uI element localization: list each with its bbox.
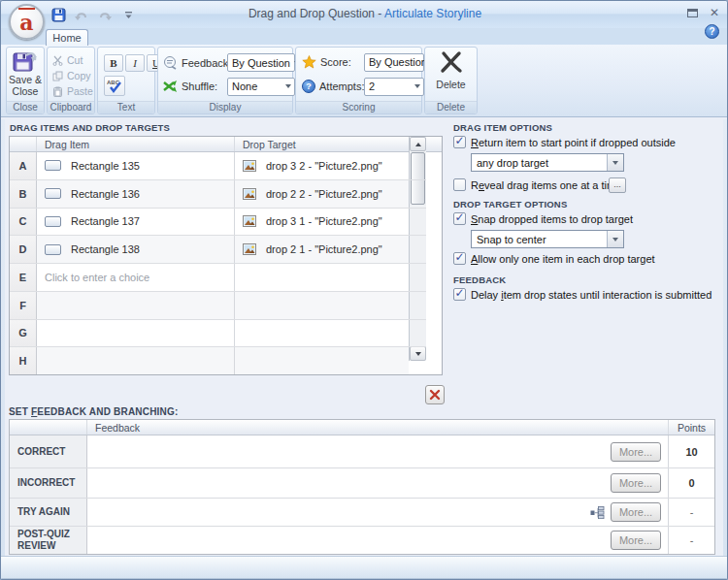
more-button[interactable]: More...: [611, 473, 661, 493]
bold-button[interactable]: B: [104, 54, 123, 72]
points-cell[interactable]: 0: [669, 468, 714, 498]
option-allow-one-item[interactable]: ✓ Allow only one item in each drop targe…: [453, 252, 655, 265]
feedback-row-incorrect: INCORRECT More... 0: [10, 468, 714, 499]
group-label-scoring: Scoring: [296, 101, 421, 113]
paste-icon: [52, 86, 63, 97]
drop-target-cell[interactable]: [235, 292, 409, 319]
drag-item-cell[interactable]: Rectangle 135: [37, 152, 235, 179]
drop-target-cell[interactable]: [235, 320, 409, 347]
tab-home[interactable]: Home: [46, 29, 88, 46]
option-reveal-items[interactable]: ✓ Reveal drag items one at a time: [453, 178, 621, 191]
feedback-branching-title: SET FEEDBACK AND BRANCHING:: [9, 406, 178, 417]
drag-item-cell[interactable]: Rectangle 137: [37, 209, 235, 236]
drag-drop-table: Drag Item Drop Target A Rectangle 135 dr…: [9, 136, 443, 375]
scissors-icon: [52, 55, 63, 66]
chevron-down-icon: [282, 84, 294, 88]
row-label-incorrect: INCORRECT: [10, 468, 87, 498]
drag-item-cell[interactable]: Rectangle 138: [37, 236, 235, 263]
feedback-row-post-quiz: POST-QUIZ REVIEW More... -: [10, 527, 714, 554]
drop-target-cell[interactable]: drop 2 2 - "Picture2.png": [235, 180, 409, 208]
option-snap-items[interactable]: ✓ Snap dropped items to drop target: [453, 212, 633, 225]
delete-button-label: Delete: [436, 79, 465, 90]
option-return-item[interactable]: ✓ Return item to start point if dropped …: [453, 136, 676, 148]
row-letter: H: [10, 347, 37, 374]
app-window: Drag and Drop Question - Articulate Stor…: [0, 0, 728, 580]
return-item-checkbox[interactable]: ✓: [453, 136, 466, 148]
rectangle-icon: [45, 216, 61, 227]
feedback-text-cell[interactable]: More...: [87, 468, 669, 498]
drag-item-options-header: DRAG ITEM OPTIONS: [453, 122, 552, 133]
close-icon[interactable]: ✕: [710, 7, 719, 18]
delete-button[interactable]: Delete: [427, 49, 475, 90]
drop-target-cell[interactable]: drop 2 1 - "Picture2.png": [235, 236, 409, 263]
drag-item-cell[interactable]: Click to enter a choice: [37, 264, 235, 291]
attempts-dropdown-label: Attempts:: [319, 81, 364, 92]
save-close-icon: [13, 49, 38, 73]
drag-item-cell[interactable]: Rectangle 136: [37, 180, 235, 208]
star-icon: [302, 55, 316, 69]
drag-item-cell[interactable]: [37, 292, 235, 319]
logo-letter: a: [19, 12, 33, 33]
drag-item-cell[interactable]: [37, 347, 235, 374]
help-icon[interactable]: ?: [705, 24, 719, 39]
allow-one-item-checkbox[interactable]: ✓: [453, 252, 466, 265]
return-target-dropdown[interactable]: any drop target: [471, 153, 624, 172]
group-label-text: Text: [98, 101, 154, 113]
ribbon-group-close: Save &Close Close: [6, 47, 45, 114]
cut-button[interactable]: Cut: [48, 52, 94, 68]
drop-target-cell[interactable]: [235, 264, 409, 291]
save-close-button[interactable]: Save &Close: [9, 49, 42, 97]
chevron-down-icon[interactable]: [607, 231, 623, 247]
ribbon-group-display: Feedback: By Question Shuffle: None Disp…: [157, 47, 293, 114]
picture-icon: [243, 188, 256, 200]
snap-items-checkbox[interactable]: ✓: [453, 212, 466, 225]
points-cell[interactable]: 10: [669, 435, 714, 467]
more-button[interactable]: More...: [611, 531, 661, 550]
feedback-dropdown[interactable]: By Question: [227, 53, 295, 72]
option-delay-states[interactable]: ✓ Delay item drop states until interacti…: [453, 288, 711, 301]
points-cell[interactable]: -: [669, 527, 714, 554]
drop-target-cell[interactable]: [235, 347, 409, 374]
feedback-dropdown-label: Feedback:: [182, 57, 231, 69]
drop-target-cell[interactable]: drop 3 2 - "Picture2.png": [235, 152, 409, 179]
drag-item-cell[interactable]: [37, 320, 235, 347]
scroll-up-button[interactable]: [410, 137, 426, 151]
drop-target-cell[interactable]: drop 3 1 - "Picture2.png": [235, 209, 409, 236]
group-label-close: Close: [7, 101, 44, 113]
row-label-post-quiz-review: POST-QUIZ REVIEW: [10, 527, 87, 554]
ribbon-group-clipboard: Cut Copy Paste Clipboard: [47, 47, 95, 114]
minimize-icon[interactable]: [687, 9, 698, 17]
row-letter: D: [10, 236, 37, 263]
delete-row-button[interactable]: [425, 385, 445, 404]
spellcheck-button[interactable]: ABC: [104, 76, 125, 96]
more-button[interactable]: More...: [611, 442, 661, 462]
table-row-h: H: [10, 347, 426, 374]
delay-states-checkbox[interactable]: ✓: [453, 288, 466, 301]
reveal-items-checkbox[interactable]: ✓: [453, 178, 466, 191]
feedback-icon: [163, 55, 178, 70]
copy-button[interactable]: Copy: [48, 68, 94, 83]
feedback-row-try-again: TRY AGAIN More... -: [10, 499, 714, 528]
paste-button[interactable]: Paste: [48, 83, 94, 99]
table-row-f: F: [10, 292, 426, 320]
group-label-display: Display: [158, 101, 292, 113]
articulate-logo[interactable]: a: [9, 4, 45, 40]
chevron-down-icon[interactable]: [607, 154, 623, 171]
score-dropdown[interactable]: By Question: [364, 53, 424, 72]
feedback-text-cell[interactable]: More...: [87, 435, 669, 467]
score-dropdown-label: Score:: [320, 56, 351, 68]
status-bar: [1, 556, 728, 580]
attempts-dropdown[interactable]: 2: [364, 78, 424, 96]
points-cell[interactable]: -: [669, 499, 714, 527]
reveal-more-button[interactable]: ...: [609, 177, 626, 193]
group-label-clipboard: Clipboard: [48, 101, 94, 113]
row-label-column-header: [10, 137, 37, 151]
drag-table-body: A Rectangle 135 drop 3 2 - "Picture2.png…: [10, 152, 426, 374]
feedback-text-cell[interactable]: More...: [87, 527, 669, 554]
feedback-text-cell[interactable]: More...: [87, 499, 669, 527]
italic-button[interactable]: I: [125, 54, 145, 72]
picture-icon: [243, 160, 256, 172]
shuffle-dropdown[interactable]: None: [227, 78, 295, 96]
more-button[interactable]: More...: [611, 502, 661, 522]
snap-mode-dropdown[interactable]: Snap to center: [471, 230, 624, 248]
